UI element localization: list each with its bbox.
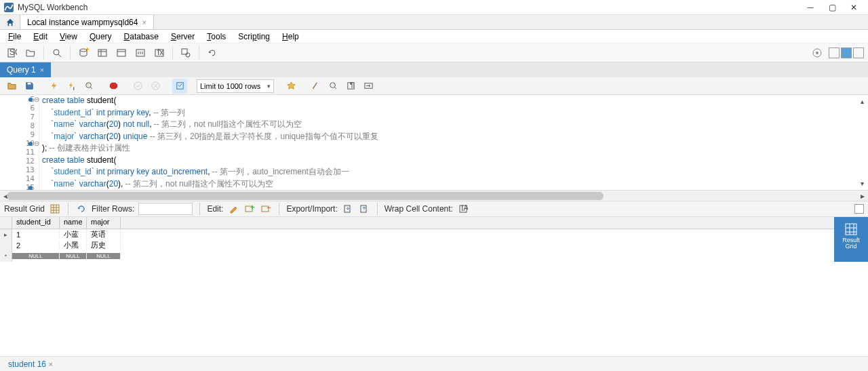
menu-tools[interactable]: Tools bbox=[201, 31, 231, 43]
db-create-button[interactable]: + bbox=[76, 45, 91, 60]
menu-edit[interactable]: Edit bbox=[28, 31, 53, 43]
limit-select[interactable]: Limit to 1000 rows bbox=[197, 79, 274, 93]
result-grid-icon-button[interactable] bbox=[49, 203, 61, 215]
row-header[interactable]: * bbox=[0, 251, 12, 262]
result-grid-label: Result Grid bbox=[4, 204, 45, 214]
result-column-header[interactable]: major bbox=[87, 217, 121, 229]
result-cell[interactable]: 1 bbox=[12, 231, 60, 239]
result-cell[interactable]: NULL bbox=[87, 253, 121, 259]
table-create-button[interactable] bbox=[95, 45, 110, 60]
menu-database[interactable]: Database bbox=[119, 31, 164, 43]
result-column-header[interactable]: name bbox=[60, 217, 87, 229]
autocommit-button[interactable] bbox=[172, 79, 187, 94]
open-sql-button[interactable] bbox=[23, 45, 38, 60]
query-tab[interactable]: Query 1 × bbox=[0, 62, 51, 77]
code-line[interactable]: `student_id` int primary key auto_increm… bbox=[42, 166, 868, 178]
commit-button[interactable] bbox=[130, 79, 145, 94]
open-file-button[interactable] bbox=[4, 79, 19, 94]
scroll-up-icon[interactable]: ▴ bbox=[857, 96, 867, 106]
code-line[interactable]: `name` varchar(20), -- 第二列，not null指这个属性… bbox=[42, 178, 868, 190]
delete-row-button[interactable]: − bbox=[260, 203, 272, 215]
row-header[interactable]: ▸ bbox=[0, 229, 12, 240]
result-cell[interactable]: 小蓝 bbox=[60, 229, 87, 239]
editor-code-area[interactable]: create table student( `student_id` int p… bbox=[39, 95, 868, 190]
menu-server[interactable]: Server bbox=[165, 31, 200, 43]
code-line[interactable]: `major` varchar(20) unique -- 第三列，20指的是最… bbox=[42, 131, 868, 143]
func-create-button[interactable]: fx bbox=[152, 45, 167, 60]
code-line[interactable]: ); -- 创建表格并设计属性 bbox=[42, 142, 868, 155]
execute-current-button[interactable] bbox=[64, 79, 79, 94]
scroll-right-icon[interactable]: ▸ bbox=[857, 191, 868, 201]
reconnect-button[interactable] bbox=[205, 45, 220, 60]
fold-icon[interactable]: ⊖ bbox=[34, 96, 39, 103]
result-column-header[interactable]: student_id bbox=[12, 217, 60, 229]
bottom-tab-student[interactable]: student 16 × bbox=[4, 358, 57, 370]
export-button[interactable] bbox=[342, 203, 354, 215]
menu-file[interactable]: File bbox=[3, 31, 26, 43]
panel-toggle-right[interactable] bbox=[853, 47, 864, 58]
close-icon[interactable]: × bbox=[142, 18, 146, 26]
menu-view[interactable]: View bbox=[54, 31, 83, 43]
panel-toggle-left[interactable] bbox=[829, 47, 840, 58]
add-row-button[interactable]: + bbox=[243, 203, 256, 215]
search-table-icon bbox=[180, 47, 191, 58]
inspector-button[interactable] bbox=[50, 45, 64, 60]
search-table-button[interactable] bbox=[178, 45, 193, 60]
stop-button[interactable] bbox=[106, 79, 121, 94]
rollback-button[interactable] bbox=[148, 79, 163, 94]
filter-input[interactable] bbox=[138, 203, 193, 215]
scroll-down-icon[interactable]: ▾ bbox=[857, 179, 867, 189]
reconnect-icon bbox=[207, 47, 218, 58]
view-create-button[interactable] bbox=[114, 45, 129, 60]
fold-icon[interactable]: ⊖ bbox=[34, 140, 39, 147]
code-line[interactable]: create table student( bbox=[42, 155, 868, 167]
vertical-scrollbar[interactable]: ▴ ▾ bbox=[857, 95, 867, 190]
save-button[interactable] bbox=[22, 79, 37, 94]
close-icon[interactable]: × bbox=[48, 360, 52, 368]
minimize-button[interactable]: ─ bbox=[806, 3, 815, 12]
connection-tab[interactable]: Local instance wampmysqld64 × bbox=[20, 15, 154, 29]
close-button[interactable]: ✕ bbox=[849, 3, 859, 12]
import-button[interactable] bbox=[358, 203, 370, 215]
star-button[interactable] bbox=[283, 79, 298, 94]
status-icon-button[interactable] bbox=[810, 45, 825, 60]
beautify-button[interactable] bbox=[308, 79, 323, 94]
code-line[interactable]: `name` varchar(20) not null, -- 第二列，not … bbox=[42, 119, 868, 131]
result-cell[interactable]: 历史 bbox=[87, 240, 121, 250]
result-cell[interactable]: 英语 bbox=[87, 229, 121, 239]
code-line[interactable]: create table student( bbox=[42, 95, 868, 107]
panel-collapse-button[interactable] bbox=[854, 204, 864, 214]
table-row[interactable]: ▸1小蓝英语 bbox=[0, 229, 834, 240]
result-cell[interactable]: 小黑 bbox=[60, 240, 87, 250]
result-cell[interactable]: 2 bbox=[12, 241, 60, 250]
edit-button[interactable] bbox=[227, 203, 239, 215]
maximize-button[interactable]: ▢ bbox=[827, 3, 837, 12]
menu-query[interactable]: Query bbox=[84, 31, 117, 43]
home-tab[interactable] bbox=[0, 15, 20, 29]
side-tab-result-grid[interactable]: ResultGrid bbox=[842, 220, 860, 254]
wrap-cell-button[interactable]: IA bbox=[457, 203, 469, 215]
explain-button[interactable] bbox=[81, 79, 96, 94]
svg-line-27 bbox=[313, 83, 317, 88]
panel-toggle-bottom[interactable] bbox=[841, 47, 852, 58]
close-icon[interactable]: × bbox=[40, 66, 44, 74]
menu-scripting[interactable]: Scripting bbox=[233, 31, 275, 43]
sql-editor[interactable]: 5⊖678910⊖111213141516171819 create table… bbox=[0, 95, 868, 190]
refresh-button[interactable] bbox=[75, 203, 87, 215]
invisibles-button[interactable]: ¶ bbox=[343, 79, 358, 94]
table-row[interactable]: *NULLNULLNULL bbox=[0, 251, 834, 262]
code-line[interactable]: `student_id` int primary key, -- 第一列 bbox=[42, 107, 868, 119]
horizontal-scrollbar[interactable]: ◂ ▸ bbox=[0, 190, 868, 201]
find-button[interactable] bbox=[326, 79, 340, 94]
row-header[interactable] bbox=[0, 240, 12, 251]
new-sql-tab-button[interactable]: SQL bbox=[4, 45, 19, 60]
wrap-button[interactable] bbox=[361, 79, 376, 94]
table-row[interactable]: 2小黑历史 bbox=[0, 240, 834, 251]
result-cell[interactable]: NULL bbox=[12, 253, 60, 259]
execute-button[interactable] bbox=[46, 79, 61, 94]
result-cell[interactable]: NULL bbox=[60, 253, 87, 259]
menu-help[interactable]: Help bbox=[277, 31, 304, 43]
result-grid[interactable]: student_idnamemajor ▸1小蓝英语2小黑历史*NULLNULL… bbox=[0, 217, 834, 262]
proc-create-button[interactable] bbox=[133, 45, 148, 60]
scrollbar-thumb[interactable] bbox=[7, 192, 604, 200]
